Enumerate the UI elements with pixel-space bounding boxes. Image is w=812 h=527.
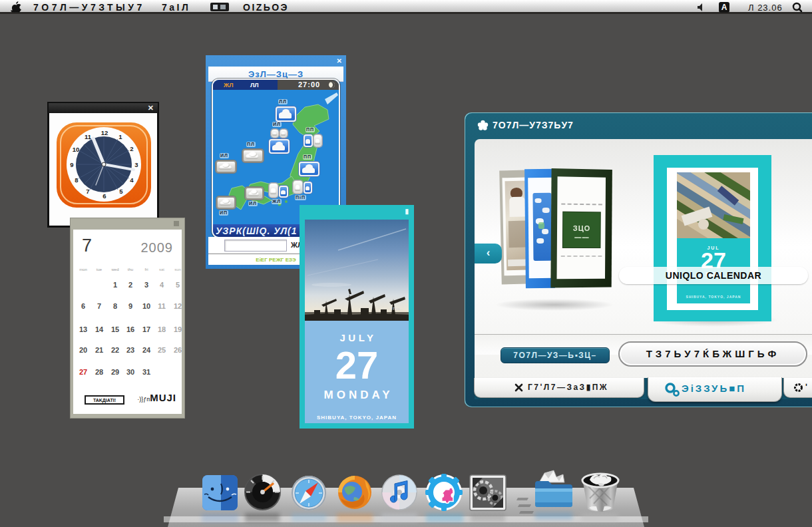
svg-text:12: 12: [101, 129, 108, 136]
svg-text:6: 6: [102, 192, 106, 200]
svg-text:4: 4: [130, 176, 134, 184]
svg-text:Руа…: Руа…: [393, 307, 403, 311]
svg-text:3: 3: [134, 161, 138, 168]
svg-text:1: 1: [118, 133, 122, 140]
svg-text:2: 2: [130, 145, 133, 152]
svg-text:7: 7: [86, 188, 89, 195]
svg-text:10: 10: [73, 146, 80, 153]
svg-text:5: 5: [119, 188, 123, 195]
svg-text:9: 9: [70, 161, 73, 168]
svg-text:11: 11: [85, 133, 92, 140]
svg-text:8: 8: [75, 176, 78, 184]
